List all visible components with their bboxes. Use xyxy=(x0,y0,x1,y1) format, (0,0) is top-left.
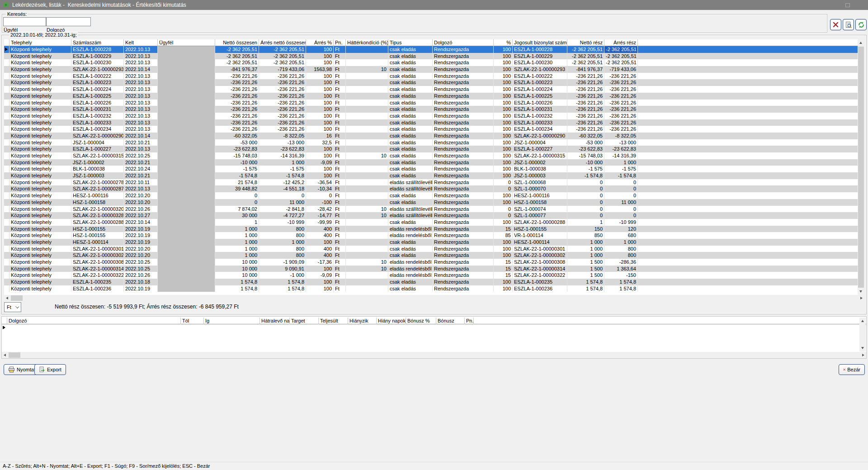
column-header[interactable]: Dolgozó xyxy=(7,318,181,324)
scroll-right-button[interactable] xyxy=(860,352,866,358)
column-header[interactable]: Hátralevő na xyxy=(260,318,290,324)
column-header[interactable]: Nettó összesen xyxy=(215,39,259,46)
refresh-button[interactable] xyxy=(855,19,867,30)
column-header[interactable]: Nettó rész xyxy=(567,39,604,46)
table-row[interactable]: Központi telephelySZLAK-22-1-00000320202… xyxy=(4,206,864,213)
table-row[interactable]: Központi telephelyJSZ-1-0000042022.10.21… xyxy=(4,139,864,146)
main-grid-horizontal-scrollbar[interactable] xyxy=(4,295,864,301)
bonus-grid-vertical-scrollbar[interactable] xyxy=(859,318,866,351)
cell: csak eladás xyxy=(388,73,433,80)
scroll-left-button[interactable] xyxy=(2,352,8,358)
cell: HSZ-1-000158 xyxy=(71,199,124,206)
scroll-right-button[interactable] xyxy=(858,295,864,301)
search-input-ugyfel[interactable] xyxy=(3,17,46,26)
cell: -236 221,26 xyxy=(215,119,259,126)
scroll-left-button[interactable] xyxy=(4,295,10,301)
column-header[interactable]: Hiány napokr xyxy=(377,318,406,324)
table-row[interactable]: Központi telephelySZLAK-22-1-00000290202… xyxy=(4,133,864,139)
column-header[interactable]: Bónusz xyxy=(436,318,465,324)
column-header[interactable]: Számlaszám xyxy=(71,39,124,46)
cell: Ft xyxy=(334,93,346,100)
column-header[interactable]: Tipus xyxy=(388,39,433,46)
column-header[interactable]: Árrés nettó összesen xyxy=(259,39,306,46)
column-header[interactable]: Árrés rész xyxy=(604,39,638,46)
table-row[interactable]: Központi telephelyHSZ-1-0001552022.10.19… xyxy=(4,232,864,239)
table-row[interactable]: Központi telephelySZLAK-22-1-00000314202… xyxy=(4,266,864,272)
table-row[interactable]: Központi telephelyESZLA-1-0002222022.10.… xyxy=(4,73,864,80)
table-row[interactable]: Központi telephelyESZLA-1-0002252022.10.… xyxy=(4,93,864,100)
export-button[interactable]: Export xyxy=(34,364,66,375)
table-row[interactable]: Központi telephelyHESZ-1-0001142022.10.1… xyxy=(4,239,864,246)
restore-icon[interactable] xyxy=(845,3,850,7)
scrollbar-thumb[interactable] xyxy=(9,352,20,358)
table-row[interactable] xyxy=(2,324,866,331)
column-header[interactable]: Ügyfél xyxy=(158,39,215,46)
table-row[interactable]: Központi telephelyESZLA-1-0002312022.10.… xyxy=(4,106,864,113)
table-row[interactable]: Központi telephelyHSZ-1-0001582022.10.20… xyxy=(4,199,864,206)
cell: -2 362 205,51 xyxy=(604,59,638,66)
column-header[interactable]: Háttérkondíció (%) xyxy=(346,39,388,46)
cell: -23 622,83 xyxy=(259,146,306,152)
table-row[interactable]: Központi telephelyESZLA-1-0002352022.10.… xyxy=(4,279,864,285)
table-row[interactable]: Központi telephelyJSZ-1-0000022022.10.21… xyxy=(4,159,864,166)
table-row[interactable]: Központi telephelyESZLA-1-0002292022.10.… xyxy=(4,53,864,60)
table-row[interactable]: Központi telephelyESZLA-1-0002262022.10.… xyxy=(4,100,864,106)
table-row[interactable]: Központi telephelySZLAK-22-1-00000287202… xyxy=(4,185,864,192)
column-header[interactable]: Bónusz % xyxy=(406,318,436,324)
column-header[interactable]: Hiányzik xyxy=(348,318,377,324)
column-header[interactable]: Jogosult bizonylat száma xyxy=(513,39,567,46)
table-row[interactable]: Központi telephelyBLK-1-0000382022.10.24… xyxy=(4,166,864,172)
table-row[interactable]: Központi telephelySZLAK-22-1-00000315202… xyxy=(4,152,864,159)
column-header[interactable]: Pn. xyxy=(334,39,346,46)
table-row[interactable]: Központi telephelyESZLA-1-0002282022.10.… xyxy=(4,46,864,53)
cell: 800 xyxy=(259,246,306,252)
table-row[interactable]: Központi telephelyESZLA-1-0002322022.10.… xyxy=(4,113,864,119)
bonus-grid-horizontal-scrollbar[interactable] xyxy=(2,352,866,358)
column-header[interactable]: Kelt xyxy=(124,39,158,46)
table-row[interactable]: Központi telephelyJSZ-1-0000032022.10.21… xyxy=(4,172,864,179)
search-input-dolgozo[interactable] xyxy=(46,17,91,26)
column-header[interactable]: Tól xyxy=(181,318,204,324)
column-header[interactable]: Dolgozó xyxy=(433,39,494,46)
table-row[interactable]: Központi telephelyESZLA-1-0002302022.10.… xyxy=(4,59,864,66)
cell: Rendszergazda xyxy=(433,185,494,192)
column-header[interactable]: Ig xyxy=(204,318,260,324)
column-header[interactable]: Teljesült xyxy=(319,318,348,324)
cell xyxy=(346,126,388,133)
table-row[interactable]: Központi telephelySZLAK-22-1-00000301202… xyxy=(4,246,864,252)
table-row[interactable]: Központi telephelySZLAK-22-1-00000322202… xyxy=(4,272,864,279)
close-button[interactable]: Bezár xyxy=(839,364,865,375)
table-row[interactable]: Központi telephelyHSZ-1-0001552022.10.19… xyxy=(4,226,864,233)
table-row[interactable]: Központi telephelyESZLA-1-0002332022.10.… xyxy=(4,119,864,126)
column-header[interactable]: Árrés % xyxy=(306,39,334,46)
table-row[interactable]: Központi telephelyESZLA-1-0002362022.10.… xyxy=(4,285,864,292)
table-row[interactable]: Központi telephelySZLAK-22-1-00000278202… xyxy=(4,179,864,186)
scroll-down-button[interactable] xyxy=(859,345,866,351)
cell: 100 xyxy=(306,119,334,126)
cell: 2022.10.26 xyxy=(124,272,158,279)
scroll-down-button[interactable] xyxy=(858,288,864,295)
scroll-up-button[interactable] xyxy=(858,39,864,46)
table-row[interactable]: Központi telephelySZLAK-22-1-00000288202… xyxy=(4,219,864,226)
table-row[interactable]: Központi telephelyESZLA-1-0002232022.10.… xyxy=(4,79,864,86)
preview-button[interactable] xyxy=(843,19,854,30)
table-row[interactable]: Központi telephelySZLAK-22-1-00000293202… xyxy=(4,66,864,73)
table-row[interactable]: Központi telephelyHESZ-1-0001162022.10.2… xyxy=(4,192,864,199)
cell: 800 xyxy=(259,232,306,239)
column-header[interactable]: % xyxy=(494,39,513,46)
main-grid-vertical-scrollbar[interactable] xyxy=(858,39,864,295)
table-row[interactable]: Központi telephelyESZLA-1-0002272022.10.… xyxy=(4,146,864,152)
table-row[interactable]: Központi telephelySZLAK-22-1-00000302202… xyxy=(4,252,864,259)
column-header[interactable]: Target xyxy=(290,318,319,324)
column-header[interactable]: Telephely xyxy=(9,39,71,46)
scrollbar-thumb[interactable] xyxy=(858,47,864,288)
currency-combobox[interactable]: Ft xyxy=(4,302,21,312)
scroll-up-button[interactable] xyxy=(859,318,866,324)
table-row[interactable]: Központi telephelyESZLA-1-0002242022.10.… xyxy=(4,86,864,93)
scrollbar-thumb[interactable] xyxy=(11,295,23,301)
table-row[interactable]: Központi telephelySZLAK-22-1-00000328202… xyxy=(4,212,864,219)
clear-filter-button[interactable] xyxy=(830,19,841,30)
table-row[interactable]: Központi telephelySZLAK-22-1-00000308202… xyxy=(4,259,864,266)
table-row[interactable]: Központi telephelyESZLA-1-0002342022.10.… xyxy=(4,126,864,133)
column-header[interactable]: Pn. xyxy=(465,318,474,324)
